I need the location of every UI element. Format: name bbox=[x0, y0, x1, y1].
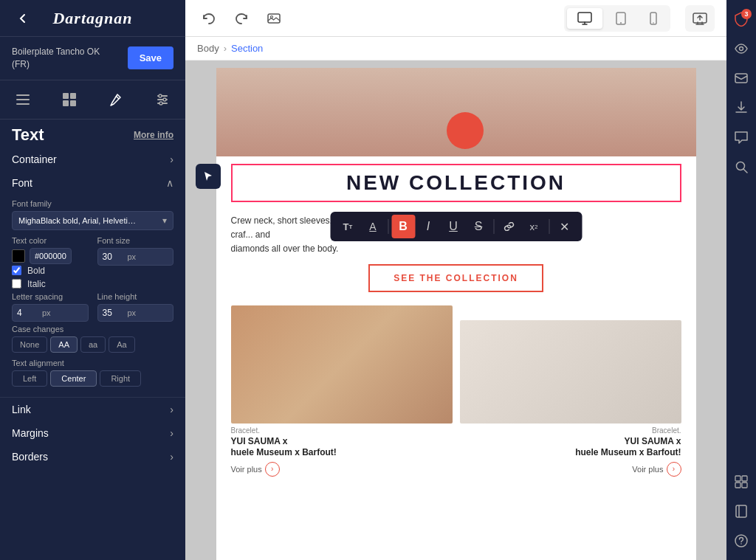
search-panel-icon[interactable] bbox=[729, 155, 753, 179]
font-size-unit: px bbox=[128, 252, 137, 261]
sidebar-header: Dartagnan bbox=[0, 0, 185, 37]
redo-button[interactable] bbox=[230, 7, 253, 30]
download-panel-icon[interactable] bbox=[729, 96, 753, 120]
top-banner-image bbox=[216, 68, 696, 156]
project-name: Boilerplate Tancho OK (FR) bbox=[12, 46, 100, 71]
margins-arrow-icon: › bbox=[170, 427, 173, 439]
screen-share-button[interactable] bbox=[685, 5, 715, 32]
grid-panel-icon[interactable] bbox=[729, 470, 753, 494]
shield-panel-icon[interactable]: 3 bbox=[729, 7, 753, 31]
product-grid: Bracelet. YUI SAUMA x huele Museum x Bar… bbox=[216, 298, 696, 484]
link-format-button[interactable] bbox=[497, 215, 520, 238]
letter-spacing-input[interactable]: 4 px bbox=[12, 304, 89, 322]
breadcrumb-body[interactable]: Body bbox=[197, 43, 219, 54]
components-tool-btn[interactable] bbox=[56, 86, 83, 113]
text-format-toolbar: TT A B I U S x2 ✕ bbox=[330, 212, 582, 241]
text-type-button[interactable]: TT bbox=[336, 215, 360, 238]
back-button[interactable] bbox=[12, 7, 34, 30]
main-area: Body › Section NEW COLLECTION bbox=[185, 0, 726, 560]
clear-format-button[interactable]: ✕ bbox=[552, 215, 576, 238]
text-section-title: Text bbox=[12, 125, 44, 145]
line-height-input[interactable]: 35 px bbox=[97, 304, 174, 322]
margins-section[interactable]: Margins › bbox=[0, 421, 185, 445]
case-none-btn[interactable]: None bbox=[12, 336, 47, 353]
book-panel-icon[interactable] bbox=[729, 499, 753, 523]
product-image-2 bbox=[460, 320, 681, 424]
eye-panel-icon[interactable] bbox=[729, 37, 753, 61]
image-button[interactable] bbox=[262, 7, 286, 30]
svg-rect-0 bbox=[16, 94, 30, 96]
font-arrow-icon: ∧ bbox=[166, 177, 173, 189]
link-section[interactable]: Link › bbox=[0, 398, 185, 421]
strikethrough-format-button[interactable]: S bbox=[467, 215, 490, 238]
font-header[interactable]: Font ∧ bbox=[0, 171, 185, 195]
superscript-format-button[interactable]: x2 bbox=[522, 215, 546, 238]
font-family-select[interactable]: MighaBlack bold, Arial, Helvetica, ▾ bbox=[12, 211, 173, 230]
mail-panel-icon[interactable] bbox=[729, 66, 753, 90]
font-color-button[interactable]: A bbox=[361, 215, 385, 238]
settings-tool-btn[interactable] bbox=[149, 86, 176, 113]
italic-checkbox[interactable] bbox=[12, 279, 21, 288]
align-right-btn[interactable]: Right bbox=[100, 370, 141, 387]
cursor-tool-overlay[interactable] bbox=[196, 164, 221, 189]
borders-section[interactable]: Borders › bbox=[0, 445, 185, 469]
tablet-button[interactable] bbox=[605, 8, 636, 29]
section-title-row: Text More info bbox=[0, 120, 185, 148]
color-value[interactable]: #000000 bbox=[30, 248, 72, 264]
italic-format-button[interactable]: I bbox=[416, 215, 440, 238]
more-info-link[interactable]: More info bbox=[134, 130, 173, 140]
sidebar: Dartagnan Boilerplate Tancho OK (FR) Sav… bbox=[0, 0, 185, 560]
case-aa-btn[interactable]: AA bbox=[50, 336, 78, 353]
line-height-unit: px bbox=[128, 308, 137, 317]
letter-spacing-value[interactable]: 4 bbox=[17, 308, 39, 318]
spacing-row: Letter spacing 4 px Line height 35 px bbox=[12, 292, 173, 322]
svg-rect-13 bbox=[268, 14, 280, 23]
align-center-btn[interactable]: Center bbox=[50, 370, 97, 387]
underline-format-button[interactable]: U bbox=[441, 215, 465, 238]
undo-button[interactable] bbox=[197, 7, 221, 30]
container-arrow-icon: › bbox=[170, 153, 173, 165]
voir-plus-row-2[interactable]: Voir plus › bbox=[460, 462, 681, 477]
help-panel-icon[interactable] bbox=[729, 529, 753, 553]
align-left-btn[interactable]: Left bbox=[12, 370, 47, 387]
text-alignment-label: Text alignment bbox=[12, 359, 173, 367]
save-button[interactable]: Save bbox=[128, 46, 173, 69]
mobile-button[interactable] bbox=[639, 8, 667, 29]
pen-tool-btn[interactable] bbox=[103, 86, 129, 113]
letter-spacing-label: Letter spacing bbox=[12, 292, 89, 301]
svg-rect-1 bbox=[16, 99, 30, 100]
breadcrumb-separator: › bbox=[224, 43, 227, 54]
desktop-button[interactable] bbox=[567, 8, 602, 29]
bold-format-button[interactable]: B bbox=[391, 215, 415, 238]
voir-plus-row-1[interactable]: Voir plus › bbox=[231, 462, 453, 477]
font-size-input[interactable]: 30 px bbox=[97, 248, 174, 266]
line-height-value[interactable]: 35 bbox=[103, 308, 125, 318]
device-buttons bbox=[564, 5, 670, 32]
notification-badge: 3 bbox=[741, 9, 752, 19]
svg-rect-28 bbox=[736, 505, 746, 517]
see-collection-button[interactable]: SEE THE COLLECTION bbox=[368, 264, 543, 292]
product-type-2: Bracelet. bbox=[460, 426, 681, 435]
container-section[interactable]: Container › bbox=[0, 148, 185, 171]
layers-tool-btn[interactable] bbox=[10, 86, 36, 113]
selected-text-box[interactable]: NEW COLLECTION bbox=[231, 164, 681, 202]
case-title-btn[interactable]: Aa bbox=[109, 336, 134, 353]
margins-label: Margins bbox=[12, 427, 49, 439]
top-toolbar bbox=[185, 0, 726, 37]
color-swatch[interactable] bbox=[12, 249, 25, 263]
svg-point-30 bbox=[740, 543, 742, 545]
chat-panel-icon[interactable] bbox=[729, 125, 753, 149]
font-size-value[interactable]: 30 bbox=[103, 252, 125, 262]
voir-plus-label-2: Voir plus bbox=[632, 465, 663, 474]
bold-label: Bold bbox=[27, 266, 45, 276]
borders-arrow-icon: › bbox=[170, 451, 173, 463]
italic-label: Italic bbox=[27, 279, 46, 289]
right-panel: 3 bbox=[726, 0, 756, 560]
breadcrumb-section: Section bbox=[231, 43, 263, 54]
svg-rect-3 bbox=[63, 93, 69, 99]
letter-spacing-group: Letter spacing 4 px bbox=[12, 292, 89, 322]
case-lowercase-btn[interactable]: aa bbox=[80, 336, 106, 353]
bold-checkbox[interactable] bbox=[12, 266, 21, 275]
svg-point-19 bbox=[653, 22, 654, 24]
case-changes-label: Case changes bbox=[12, 325, 173, 333]
